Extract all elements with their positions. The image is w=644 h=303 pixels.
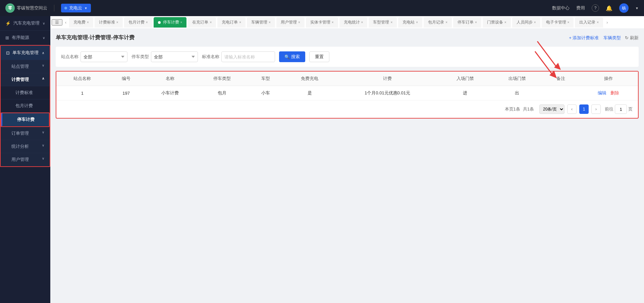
sidebar-item-bike-charging-group: ⊡ 单车充电管理 ∧ 站点管理 ∨ 计费管理 ∧ [0,45,50,167]
tab-monthly-records[interactable]: 包月记录 × [424,17,452,28]
add-billing-standard-btn[interactable]: + 添加计费标准 [569,35,599,41]
sidebar-sub-item-parking-billing[interactable]: 停车计费 [1,113,49,126]
tab-staff-sync[interactable]: 人员同步 × [512,17,540,28]
sidebar-sub-item-billing-standard[interactable]: 计费标准 [1,86,50,99]
energy-chevron: ∨ [43,36,45,40]
users-label: 用户管理 [11,157,29,162]
tab-charge-orders[interactable]: 充电订单 × [217,17,246,28]
data-center-link[interactable]: 数据中心 [552,5,570,11]
tab-parking-billing-close[interactable]: × [180,20,182,24]
stats-label: 统计分析 [11,144,29,149]
tab-active-dot [158,21,161,24]
tab-charging-order-close[interactable]: × [210,20,212,24]
per-page-select[interactable]: 20条/页 [539,104,565,114]
edit-button[interactable]: 编辑 [598,90,606,95]
tab-ecard-mgmt[interactable]: 电子卡管理 × [542,17,574,28]
tab-charge-stats[interactable]: 充电统计 × [339,17,368,28]
sidebar-item-car-charging[interactable]: ⚡ 汽车充电管理 ∨ [0,16,50,31]
tab-ecard-mgmt-close[interactable]: × [568,20,570,24]
tab-car-model[interactable]: 车型管理 × [369,17,397,28]
search-button[interactable]: 🔍 搜索 [279,51,305,62]
sidebar-sub-item-stats[interactable]: 统计分析 ∨ [1,140,50,153]
tab-car-model-close[interactable]: × [390,20,392,24]
sidebar-sub-item-users[interactable]: 用户管理 ∨ [1,153,50,166]
page-prev-btn[interactable]: ‹ [567,104,577,114]
refresh-btn[interactable]: ↻ 刷新 [625,35,639,41]
tab-gate-device-label: 门禁设备 [487,19,503,25]
tab-monthly-billing[interactable]: 包月计费 × [124,17,152,28]
parking-billing-highlight: 停车计费 [1,113,50,127]
tab-access-records[interactable]: 出入记录 × [575,17,603,28]
cloud-tag[interactable]: 充电云 ▼ [61,4,91,12]
goto-input[interactable] [615,104,627,114]
tab-prev-arrow[interactable]: ‹ [63,20,68,25]
sidebar-item-energy[interactable]: ⊞ 有序能源 ∨ [0,31,50,45]
tab-billing-standard[interactable]: 计费标准 × [95,17,123,28]
tab-monthly-records-close[interactable]: × [445,20,447,24]
tab-charge-stats-close[interactable]: × [361,20,363,24]
user-avatar[interactable]: 杨 [619,3,629,13]
station-select[interactable]: 全部 [80,51,127,62]
help-icon[interactable]: ? [592,4,599,12]
standard-name-input[interactable] [221,51,275,62]
tab-card-mgmt[interactable]: 实体卡管理 × [306,17,338,28]
tab-vehicle-mgmt[interactable]: 车辆管理 × [247,17,275,28]
tab-access-records-close[interactable]: × [597,20,599,24]
sidebar-sub-item-monthly-billing[interactable]: 包月计费 [1,99,50,113]
sidebar-sub-item-orders[interactable]: 订单管理 ∨ [1,127,50,140]
tab-charging-order[interactable]: 在充订单 × [188,17,216,28]
col-header-station: 站点名称 [56,72,108,86]
vehicle-type-btn[interactable]: 车辆类型 [603,35,621,41]
parking-type-select[interactable]: 全部 [151,51,198,62]
standard-name-filter-label: 标准名称 [202,54,219,60]
tab-parking-orders[interactable]: 停车订单 × [453,17,481,28]
tab-billing-standard-close[interactable]: × [116,20,118,24]
tab-bar: ☰ ‹ 充电费 × 计费标准 × 包月计费 × 停车计费 × 在充订单 × [50,16,644,29]
tab-charge-station[interactable]: 充电站 × [398,17,422,28]
tab-user-mgmt[interactable]: 用户管理 × [276,17,305,28]
total-info: 共1条 [523,106,534,112]
tab-card-mgmt-close[interactable]: × [332,20,334,24]
col-header-actions: 操作 [579,72,638,86]
tab-staff-sync-close[interactable]: × [534,20,536,24]
logo-area: 零 零碳智慧空间云 [5,3,47,13]
tab-parking-billing[interactable]: 停车计费 × [154,17,187,28]
cell-code: 197 [108,86,144,100]
billing-chevron: ∧ [42,77,44,80]
notification-icon[interactable]: 🔔 [606,5,612,11]
page-1-btn[interactable]: 1 [579,104,589,114]
tab-user-mgmt-close[interactable]: × [298,20,300,24]
tab-parking-orders-label: 停车订单 [458,19,474,25]
tab-charge-fee-close[interactable]: × [87,20,89,24]
tab-charge-fee[interactable]: 充电费 × [69,17,93,28]
col-header-billing: 计费 [335,72,439,86]
cloud-dropdown-icon[interactable]: ▼ [84,6,88,10]
page-next-btn[interactable]: › [591,104,601,114]
sidebar-item-bike-charging[interactable]: ⊡ 单车充电管理 ∧ [1,46,50,60]
sidebar-sub-item-station[interactable]: 站点管理 ∨ [1,60,50,73]
tab-gate-device-close[interactable]: × [504,20,506,24]
tab-car-model-label: 车型管理 [373,19,389,25]
billing-label: 计费管理 [11,77,29,82]
logo-icon: 零 [5,3,15,13]
bike-charging-icon: ⊡ [6,50,10,55]
user-dropdown-icon[interactable]: ▼ [635,6,639,10]
sidebar-sub-menu: 站点管理 ∨ 计费管理 ∧ 计费标准 包月计费 [1,60,50,166]
page-goto: 前往 页 [605,104,633,114]
delete-button[interactable]: 删除 [610,90,619,95]
tab-charge-orders-close[interactable]: × [239,20,241,24]
orders-chevron: ∨ [42,130,44,134]
tab-next-arrow[interactable]: › [604,20,610,25]
station-filter-label: 站点名称 [61,54,78,60]
tab-parking-orders-close[interactable]: × [475,20,477,24]
tab-charge-station-close[interactable]: × [416,20,418,24]
reset-button[interactable]: 重置 [309,51,329,62]
cost-link[interactable]: 费用 [576,5,585,11]
sidebar-sub-item-billing[interactable]: 计费管理 ∧ [1,73,50,86]
cell-car-type: 小车 [248,86,284,100]
hamburger-button[interactable]: ☰ [52,19,62,26]
tab-vehicle-mgmt-close[interactable]: × [269,20,271,24]
goto-label: 前往 [605,106,613,112]
tab-gate-device[interactable]: 门禁设备 × [483,17,511,28]
tab-monthly-billing-close[interactable]: × [146,20,148,24]
